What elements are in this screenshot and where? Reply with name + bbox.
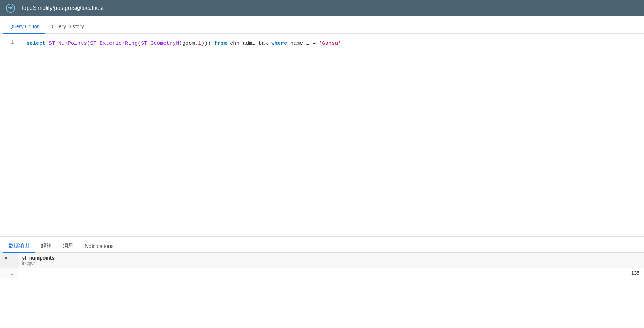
editor-tab-bar: Query Editor Query History: [0, 16, 644, 34]
tab-messages[interactable]: 消息: [57, 239, 79, 253]
tab-data-output[interactable]: 数据输出: [3, 239, 35, 253]
token-from: from: [214, 40, 227, 48]
col-name: st_numpoints: [22, 255, 55, 261]
token-where: where: [271, 40, 287, 48]
tab-explain[interactable]: 解释: [35, 239, 57, 253]
bottom-tab-bar: 数据输出 解释 消息 Notifications: [0, 237, 644, 253]
code-editor[interactable]: select ST_NumPoints(ST_ExteriorRing(ST_G…: [19, 34, 644, 236]
sort-icon: [4, 257, 8, 259]
code-line-1: select ST_NumPoints(ST_ExteriorRing(ST_G…: [26, 40, 637, 48]
token-str-gansu: 'Gansu': [319, 40, 341, 48]
app-icon: [6, 3, 16, 13]
token-select: select: [26, 40, 46, 48]
row-num-cell: 1: [0, 268, 18, 278]
tab-query-editor[interactable]: Query Editor: [3, 20, 45, 34]
results-area: st_numpoints integer 1 135: [0, 253, 644, 328]
token-fn-stgeometryn: ST_GeometryN: [141, 40, 179, 48]
title-bar: TopoSimplify/postgres@localhost: [0, 0, 644, 16]
tab-query-history[interactable]: Query History: [45, 20, 90, 34]
col-header-st-numpoints[interactable]: st_numpoints integer: [18, 253, 644, 268]
token-num-1: 1: [198, 40, 201, 48]
svg-point-1: [10, 7, 12, 9]
editor-area: 1 select ST_NumPoints(ST_ExteriorRing(ST…: [0, 34, 644, 236]
table-header-row: st_numpoints integer: [0, 253, 644, 268]
col-type: integer: [22, 261, 640, 266]
cell-st-numpoints: 135: [18, 268, 644, 278]
table-row: 1 135: [0, 268, 644, 278]
token-fn-stexteriorring: ST_ExteriorRing: [90, 40, 138, 48]
row-num-header: [0, 253, 18, 268]
token-fn-stnumpoints: ST_NumPoints: [49, 40, 87, 48]
line-numbers: 1: [0, 34, 19, 236]
results-table: st_numpoints integer 1 135: [0, 253, 644, 278]
line-number: 1: [0, 40, 14, 45]
tab-notifications[interactable]: Notifications: [79, 240, 119, 253]
connection-title: TopoSimplify/postgres@localhost: [20, 5, 104, 11]
bottom-panel: 数据输出 解释 消息 Notifications st_numpoints in…: [0, 236, 644, 328]
